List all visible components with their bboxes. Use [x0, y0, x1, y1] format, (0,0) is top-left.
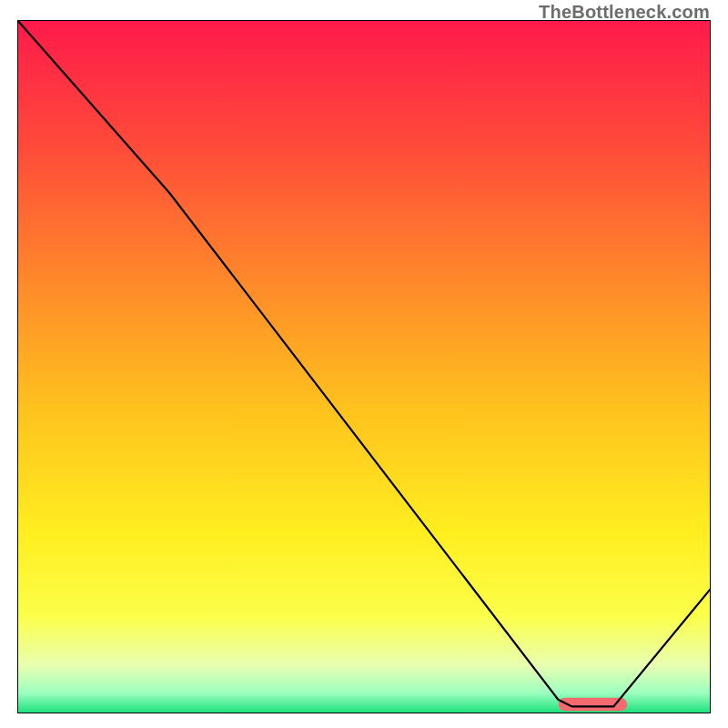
watermark-text: TheBottleneck.com — [539, 2, 710, 23]
bottleneck-chart — [17, 20, 711, 713]
gradient-background — [17, 20, 711, 713]
